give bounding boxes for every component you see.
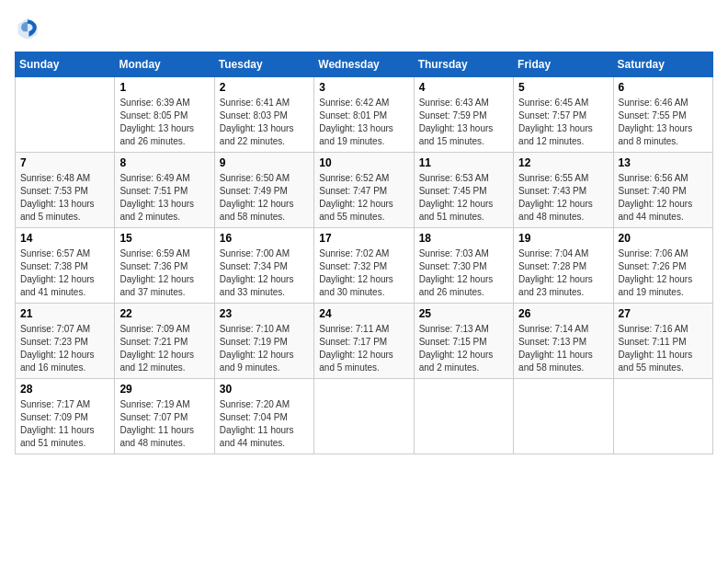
calendar-week-row: 14Sunrise: 6:57 AM Sunset: 7:38 PM Dayli…: [16, 228, 713, 304]
calendar-cell: 25Sunrise: 7:13 AM Sunset: 7:15 PM Dayli…: [414, 304, 513, 379]
day-info: Sunrise: 7:09 AM Sunset: 7:21 PM Dayligh…: [119, 323, 209, 374]
day-info: Sunrise: 7:02 AM Sunset: 7:32 PM Dayligh…: [319, 247, 408, 299]
day-number: 18: [419, 232, 508, 245]
day-number: 20: [619, 232, 708, 245]
day-number: 22: [119, 307, 209, 320]
day-info: Sunrise: 7:07 AM Sunset: 7:23 PM Dayligh…: [20, 323, 109, 374]
calendar-cell: 10Sunrise: 6:52 AM Sunset: 7:47 PM Dayli…: [314, 153, 414, 228]
calendar-cell: 2Sunrise: 6:41 AM Sunset: 8:03 PM Daylig…: [214, 77, 313, 153]
day-info: Sunrise: 7:16 AM Sunset: 7:11 PM Dayligh…: [619, 323, 708, 374]
day-number: 30: [220, 383, 309, 396]
calendar-cell: 16Sunrise: 7:00 AM Sunset: 7:34 PM Dayli…: [214, 228, 313, 304]
calendar-cell: 17Sunrise: 7:02 AM Sunset: 7:32 PM Dayli…: [314, 228, 414, 304]
day-number: 24: [319, 307, 408, 320]
day-info: Sunrise: 7:14 AM Sunset: 7:13 PM Dayligh…: [518, 323, 608, 374]
day-number: 27: [619, 307, 708, 320]
calendar-cell: 12Sunrise: 6:55 AM Sunset: 7:43 PM Dayli…: [514, 153, 613, 228]
day-number: 7: [20, 156, 109, 169]
calendar-week-row: 28Sunrise: 7:17 AM Sunset: 7:09 PM Dayli…: [16, 379, 713, 454]
day-number: 17: [319, 232, 408, 245]
day-info: Sunrise: 7:11 AM Sunset: 7:17 PM Dayligh…: [319, 323, 408, 374]
calendar-table: SundayMondayTuesdayWednesdayThursdayFrid…: [15, 52, 713, 454]
day-info: Sunrise: 7:06 AM Sunset: 7:26 PM Dayligh…: [619, 247, 708, 299]
calendar-cell: 28Sunrise: 7:17 AM Sunset: 7:09 PM Dayli…: [16, 379, 115, 454]
day-info: Sunrise: 6:49 AM Sunset: 7:51 PM Dayligh…: [119, 172, 209, 224]
calendar-cell: 21Sunrise: 7:07 AM Sunset: 7:23 PM Dayli…: [16, 304, 115, 379]
calendar-cell: [514, 379, 613, 454]
calendar-week-row: 21Sunrise: 7:07 AM Sunset: 7:23 PM Dayli…: [16, 304, 713, 379]
day-number: 5: [518, 81, 608, 94]
page-header: [15, 15, 713, 40]
day-info: Sunrise: 7:00 AM Sunset: 7:34 PM Dayligh…: [220, 247, 309, 299]
day-number: 3: [319, 81, 408, 94]
day-number: 10: [319, 156, 408, 169]
calendar-cell: 7Sunrise: 6:48 AM Sunset: 7:53 PM Daylig…: [16, 153, 115, 228]
day-number: 19: [518, 232, 608, 245]
day-number: 1: [119, 81, 209, 94]
calendar-cell: 14Sunrise: 6:57 AM Sunset: 7:38 PM Dayli…: [16, 228, 115, 304]
calendar-cell: [314, 379, 414, 454]
calendar-cell: 3Sunrise: 6:42 AM Sunset: 8:01 PM Daylig…: [314, 77, 414, 153]
day-info: Sunrise: 6:52 AM Sunset: 7:47 PM Dayligh…: [319, 172, 408, 224]
day-info: Sunrise: 6:42 AM Sunset: 8:01 PM Dayligh…: [319, 97, 408, 148]
calendar-header-sunday: Sunday: [16, 52, 115, 77]
day-number: 26: [518, 307, 608, 320]
calendar-cell: 11Sunrise: 6:53 AM Sunset: 7:45 PM Dayli…: [414, 153, 513, 228]
calendar-week-row: 1Sunrise: 6:39 AM Sunset: 8:05 PM Daylig…: [16, 77, 713, 153]
day-number: 2: [220, 81, 309, 94]
calendar-cell: 4Sunrise: 6:43 AM Sunset: 7:59 PM Daylig…: [414, 77, 513, 153]
calendar-cell: 9Sunrise: 6:50 AM Sunset: 7:49 PM Daylig…: [214, 153, 313, 228]
calendar-cell: [414, 379, 513, 454]
calendar-cell: 13Sunrise: 6:56 AM Sunset: 7:40 PM Dayli…: [613, 153, 712, 228]
day-number: 8: [119, 156, 209, 169]
calendar-cell: 1Sunrise: 6:39 AM Sunset: 8:05 PM Daylig…: [115, 77, 214, 153]
calendar-cell: 26Sunrise: 7:14 AM Sunset: 7:13 PM Dayli…: [514, 304, 613, 379]
day-number: 25: [419, 307, 508, 320]
calendar-cell: 20Sunrise: 7:06 AM Sunset: 7:26 PM Dayli…: [613, 228, 712, 304]
calendar-header-wednesday: Wednesday: [314, 52, 414, 77]
day-number: 6: [619, 81, 708, 94]
calendar-cell: 24Sunrise: 7:11 AM Sunset: 7:17 PM Dayli…: [314, 304, 414, 379]
day-info: Sunrise: 6:53 AM Sunset: 7:45 PM Dayligh…: [419, 172, 508, 224]
calendar-cell: 23Sunrise: 7:10 AM Sunset: 7:19 PM Dayli…: [214, 304, 313, 379]
day-number: 28: [20, 383, 109, 396]
calendar-cell: 30Sunrise: 7:20 AM Sunset: 7:04 PM Dayli…: [214, 379, 313, 454]
day-number: 14: [20, 232, 109, 245]
day-info: Sunrise: 7:04 AM Sunset: 7:28 PM Dayligh…: [518, 247, 608, 299]
day-number: 21: [20, 307, 109, 320]
calendar-header-friday: Friday: [514, 52, 613, 77]
day-info: Sunrise: 6:43 AM Sunset: 7:59 PM Dayligh…: [419, 97, 508, 148]
day-info: Sunrise: 7:20 AM Sunset: 7:04 PM Dayligh…: [220, 398, 309, 450]
day-number: 13: [619, 156, 708, 169]
calendar-cell: 5Sunrise: 6:45 AM Sunset: 7:57 PM Daylig…: [514, 77, 613, 153]
calendar-cell: 8Sunrise: 6:49 AM Sunset: 7:51 PM Daylig…: [115, 153, 214, 228]
calendar-cell: 18Sunrise: 7:03 AM Sunset: 7:30 PM Dayli…: [414, 228, 513, 304]
day-info: Sunrise: 7:13 AM Sunset: 7:15 PM Dayligh…: [419, 323, 508, 374]
day-info: Sunrise: 7:17 AM Sunset: 7:09 PM Dayligh…: [20, 398, 109, 450]
day-info: Sunrise: 6:57 AM Sunset: 7:38 PM Dayligh…: [20, 247, 109, 299]
calendar-cell: 15Sunrise: 6:59 AM Sunset: 7:36 PM Dayli…: [115, 228, 214, 304]
calendar-cell: [16, 77, 115, 153]
calendar-header-tuesday: Tuesday: [214, 52, 313, 77]
day-info: Sunrise: 6:45 AM Sunset: 7:57 PM Dayligh…: [518, 97, 608, 148]
day-info: Sunrise: 6:46 AM Sunset: 7:55 PM Dayligh…: [619, 97, 708, 148]
day-number: 11: [419, 156, 508, 169]
calendar-cell: 29Sunrise: 7:19 AM Sunset: 7:07 PM Dayli…: [115, 379, 214, 454]
day-info: Sunrise: 6:41 AM Sunset: 8:03 PM Dayligh…: [220, 97, 309, 148]
day-number: 9: [220, 156, 309, 169]
calendar-header-row: SundayMondayTuesdayWednesdayThursdayFrid…: [16, 52, 713, 77]
calendar-cell: 22Sunrise: 7:09 AM Sunset: 7:21 PM Dayli…: [115, 304, 214, 379]
calendar-header-thursday: Thursday: [414, 52, 513, 77]
calendar-cell: 27Sunrise: 7:16 AM Sunset: 7:11 PM Dayli…: [613, 304, 712, 379]
day-info: Sunrise: 7:03 AM Sunset: 7:30 PM Dayligh…: [419, 247, 508, 299]
day-info: Sunrise: 6:48 AM Sunset: 7:53 PM Dayligh…: [20, 172, 109, 224]
logo-icon: [15, 15, 40, 40]
calendar-header-monday: Monday: [115, 52, 214, 77]
calendar-cell: 19Sunrise: 7:04 AM Sunset: 7:28 PM Dayli…: [514, 228, 613, 304]
day-number: 16: [220, 232, 309, 245]
calendar-week-row: 7Sunrise: 6:48 AM Sunset: 7:53 PM Daylig…: [16, 153, 713, 228]
calendar-cell: [613, 379, 712, 454]
day-info: Sunrise: 6:50 AM Sunset: 7:49 PM Dayligh…: [220, 172, 309, 224]
day-info: Sunrise: 6:56 AM Sunset: 7:40 PM Dayligh…: [619, 172, 708, 224]
calendar-cell: 6Sunrise: 6:46 AM Sunset: 7:55 PM Daylig…: [613, 77, 712, 153]
